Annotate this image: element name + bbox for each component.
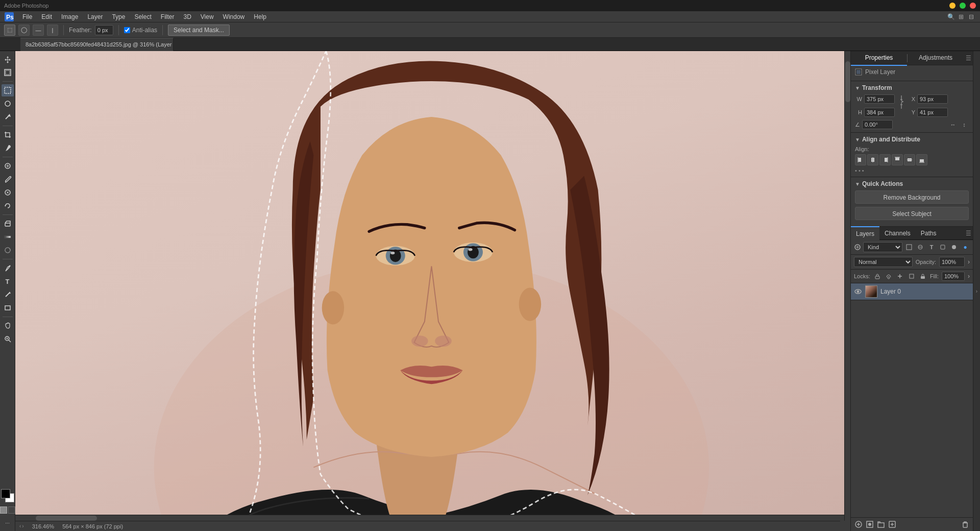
layers-filter-pixel[interactable]: [904, 243, 914, 252]
menu-view[interactable]: View: [197, 12, 218, 21]
rect-marquee-btn[interactable]: ⬚: [4, 25, 15, 36]
paths-tab[interactable]: Paths: [916, 227, 942, 240]
extra-tools[interactable]: ···: [2, 517, 14, 529]
horizontal-scrollbar[interactable]: [15, 515, 850, 521]
anti-alias-checkbox[interactable]: [124, 27, 130, 33]
align-right-btn[interactable]: [879, 154, 891, 165]
select-and-mask-button[interactable]: Select and Mask...: [168, 25, 230, 36]
close-button[interactable]: [970, 3, 976, 9]
lasso-tool[interactable]: [2, 98, 14, 110]
delete-layer-btn[interactable]: [961, 520, 970, 529]
channels-tab[interactable]: Channels: [879, 227, 916, 240]
transform-header[interactable]: ▼ Transform: [855, 84, 969, 91]
standard-mode[interactable]: [0, 506, 7, 514]
brush-tool[interactable]: [2, 173, 14, 185]
feather-input[interactable]: [95, 25, 113, 35]
quick-actions-header[interactable]: ▼ Quick Actions: [855, 180, 969, 187]
layers-panel-menu-btn[interactable]: ☰: [964, 227, 973, 240]
canvas-image[interactable]: [15, 51, 844, 515]
arrange-icon[interactable]: ⊟: [967, 12, 976, 21]
crop-tool[interactable]: [2, 129, 14, 141]
flip-v-icon[interactable]: ↕: [960, 120, 969, 129]
flip-h-icon[interactable]: ↔: [948, 120, 958, 129]
menu-edit[interactable]: Edit: [37, 12, 56, 21]
menu-layer[interactable]: Layer: [83, 12, 107, 21]
ellipse-marquee-btn[interactable]: ◯: [18, 25, 30, 36]
marquee-tool[interactable]: [2, 84, 14, 96]
layers-filter-smart[interactable]: [949, 243, 959, 252]
foreground-color[interactable]: [1, 489, 10, 498]
layers-filter-adjust[interactable]: [916, 243, 925, 252]
opacity-arrow[interactable]: ›: [968, 258, 970, 266]
canvas-nav-arrows[interactable]: ‹ ›: [19, 523, 24, 529]
rectangle-tool[interactable]: [2, 302, 14, 314]
menu-image[interactable]: Image: [57, 12, 82, 21]
pen-tool[interactable]: [2, 262, 14, 274]
align-top-btn[interactable]: [892, 154, 903, 165]
scroll-left-arrow[interactable]: ‹: [19, 523, 21, 529]
lock-image-btn[interactable]: [885, 272, 893, 281]
fill-arrow[interactable]: ›: [968, 273, 970, 280]
adjustments-tab[interactable]: Adjustments: [908, 51, 964, 66]
spot-heal-brush[interactable]: [2, 160, 14, 172]
align-left-btn[interactable]: [855, 154, 866, 165]
remove-background-button[interactable]: Remove Background: [855, 190, 969, 204]
lock-position-btn[interactable]: [896, 272, 904, 281]
menu-3d[interactable]: 3D: [179, 12, 195, 21]
menu-filter[interactable]: Filter: [157, 12, 179, 21]
x-input[interactable]: [917, 94, 948, 104]
history-brush[interactable]: [2, 200, 14, 212]
share-icon[interactable]: ⊞: [957, 12, 966, 21]
text-tool[interactable]: T: [2, 275, 14, 287]
vertical-scrollbar[interactable]: [844, 51, 850, 521]
menu-type[interactable]: Type: [108, 12, 129, 21]
fill-input[interactable]: [942, 272, 965, 281]
menu-help[interactable]: Help: [250, 12, 271, 21]
create-group-btn[interactable]: [876, 520, 886, 529]
angle-input[interactable]: [862, 120, 893, 129]
menu-file[interactable]: File: [18, 12, 36, 21]
eyedropper-tool[interactable]: [2, 142, 14, 154]
hand-tool[interactable]: [2, 320, 14, 332]
layers-filter-text[interactable]: T: [927, 243, 936, 252]
layers-filter-shape[interactable]: [938, 243, 947, 252]
search-icon[interactable]: 🔍: [946, 12, 955, 21]
h-input[interactable]: [864, 108, 895, 117]
add-adjustment-btn[interactable]: [854, 520, 863, 529]
new-layer-btn[interactable]: [888, 520, 897, 529]
scroll-right-arrow[interactable]: ›: [22, 523, 23, 529]
menu-window[interactable]: Window: [219, 12, 249, 21]
zoom-tool[interactable]: [2, 333, 14, 345]
layer-visibility-btn[interactable]: [854, 287, 862, 296]
w-input[interactable]: [864, 94, 895, 104]
more-options-btn[interactable]: • • •: [855, 167, 969, 174]
select-subject-button[interactable]: Select Subject: [855, 207, 969, 220]
document-tab[interactable]: 8a2b6385af57bbc85690fed48431d255.jpg @ 3…: [20, 38, 174, 51]
layers-filter-active[interactable]: ●: [961, 243, 970, 252]
path-selection[interactable]: [2, 288, 14, 301]
single-row-marquee-btn[interactable]: —: [33, 25, 44, 36]
menu-select[interactable]: Select: [130, 12, 155, 21]
gradient-tool[interactable]: [2, 231, 14, 243]
magic-wand[interactable]: [2, 111, 14, 123]
single-col-marquee-btn[interactable]: |: [47, 25, 58, 36]
add-layer-mask-btn[interactable]: [865, 520, 874, 529]
layers-kind-select[interactable]: Kind: [863, 242, 902, 252]
artboard-tool[interactable]: [2, 66, 14, 79]
blur-tool[interactable]: [2, 244, 14, 256]
align-distribute-header[interactable]: ▼ Align and Distribute: [855, 136, 969, 143]
eraser-tool[interactable]: [2, 218, 14, 230]
properties-tab[interactable]: Properties: [851, 51, 907, 66]
layers-tab[interactable]: Layers: [851, 226, 879, 240]
panel-collapse-btn[interactable]: ›: [973, 51, 980, 531]
blend-mode-select[interactable]: Normal: [854, 257, 913, 267]
align-middle-v-btn[interactable]: [904, 154, 915, 165]
lock-artboard-btn[interactable]: [907, 272, 915, 281]
layer-row[interactable]: Layer 0: [851, 283, 973, 300]
clone-stamp[interactable]: [2, 186, 14, 199]
y-input[interactable]: [917, 108, 948, 117]
lock-all-btn[interactable]: [919, 272, 927, 281]
maximize-button[interactable]: [960, 3, 966, 9]
lock-transparent-btn[interactable]: [873, 272, 881, 281]
panel-options-btn[interactable]: ☰: [964, 51, 973, 65]
